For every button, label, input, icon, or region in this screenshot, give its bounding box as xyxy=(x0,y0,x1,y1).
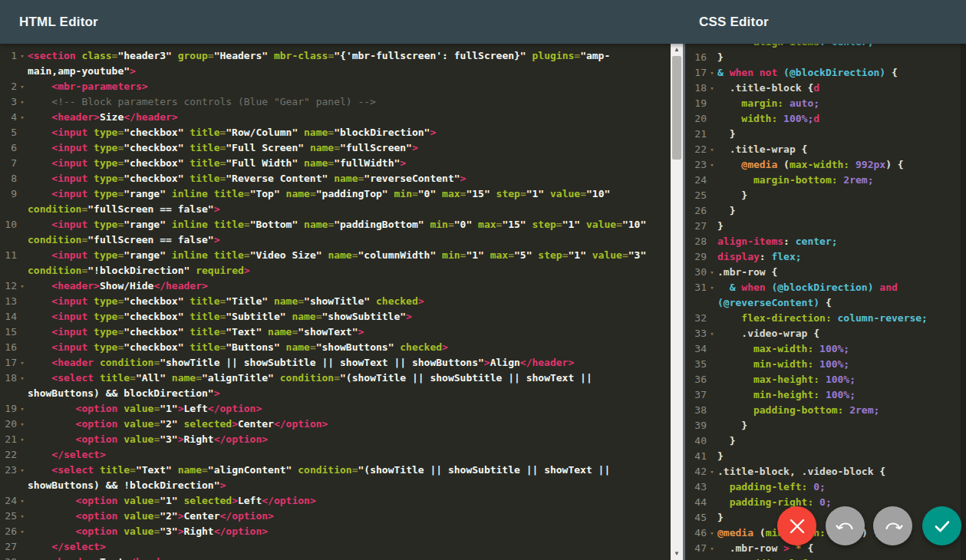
line-number: 42 xyxy=(685,464,707,479)
code-text: <select title="All" name="alignTitle" co… xyxy=(28,371,671,386)
fold-arrow-icon[interactable]: ▾ xyxy=(17,493,28,509)
fold-gutter xyxy=(707,479,717,495)
code-line: 26▾ <option value="3">Right</option> xyxy=(0,524,671,539)
code-text: flex-direction: column-reverse; xyxy=(717,311,961,326)
fold-arrow-icon[interactable]: ▾ xyxy=(707,280,717,295)
fold-arrow-icon[interactable]: ▾ xyxy=(707,541,717,556)
code-text: condition="!blockDirection" required> xyxy=(28,263,671,278)
line-number: 26 xyxy=(0,524,17,539)
fold-arrow-icon[interactable]: ▾ xyxy=(17,417,28,432)
code-text: } xyxy=(717,203,961,219)
code-line: 7 <input type="checkbox" title="Full Wid… xyxy=(0,156,671,171)
line-number: 43 xyxy=(685,479,707,495)
fold-arrow-icon[interactable]: ▾ xyxy=(17,110,28,125)
html-code-area[interactable]: 1▾<section class="header3" group="Header… xyxy=(0,44,671,560)
fold-gutter xyxy=(707,295,717,311)
fold-arrow-icon[interactable]: ▾ xyxy=(707,265,717,280)
fold-arrow-icon[interactable]: ▾ xyxy=(707,464,717,479)
code-line: condition="!blockDirection" required> xyxy=(0,263,671,278)
fold-gutter xyxy=(17,539,28,555)
line-number: 39 xyxy=(685,418,707,433)
line-number: 14 xyxy=(0,309,17,324)
apply-button[interactable] xyxy=(922,506,961,545)
fold-gutter xyxy=(707,127,717,142)
fold-arrow-icon[interactable]: ▾ xyxy=(707,142,717,157)
fold-arrow-icon[interactable]: ▾ xyxy=(707,326,717,341)
line-number: 8 xyxy=(0,171,17,186)
line-number: 29 xyxy=(685,249,707,265)
line-number: 15 xyxy=(0,324,17,340)
code-line: 37 min-height: 100%; xyxy=(685,387,961,403)
code-text: .mbr-row { xyxy=(717,265,961,280)
undo-button[interactable] xyxy=(826,506,865,545)
line-number: 18 xyxy=(0,371,17,386)
redo-button[interactable] xyxy=(873,506,912,545)
line-number: 5 xyxy=(0,125,17,140)
fold-arrow-icon[interactable]: ▾ xyxy=(17,278,28,294)
code-line: 21 } xyxy=(685,127,961,142)
fold-arrow-icon[interactable]: ▾ xyxy=(707,525,717,541)
fold-arrow-icon[interactable]: ▾ xyxy=(707,157,717,173)
line-number xyxy=(0,478,17,493)
code-text: showButtons) && blockDirection"> xyxy=(28,386,671,401)
html-editor-scrollbar[interactable]: ▲ ▼ xyxy=(671,44,683,560)
close-button[interactable] xyxy=(777,506,816,545)
fold-arrow-icon[interactable]: ▾ xyxy=(17,94,28,110)
code-text: display: flex; xyxy=(717,249,961,265)
line-number: 25 xyxy=(685,188,707,203)
fold-arrow-icon[interactable]: ▾ xyxy=(17,463,28,478)
fold-gutter xyxy=(707,203,717,219)
code-text: <input type="checkbox" title="Full Width… xyxy=(28,156,671,171)
scrollbar-thumb[interactable] xyxy=(672,56,681,160)
line-number xyxy=(0,263,17,278)
fold-arrow-icon[interactable]: ▾ xyxy=(707,81,717,96)
line-number: 45 xyxy=(685,510,707,525)
line-number: 21 xyxy=(0,432,17,447)
css-editor-scrollbar[interactable] xyxy=(961,44,966,560)
fold-arrow-icon[interactable]: ▾ xyxy=(17,432,28,447)
fold-arrow-icon[interactable]: ▾ xyxy=(17,371,28,386)
fold-arrow-icon[interactable]: ▾ xyxy=(17,48,28,64)
code-text: } xyxy=(717,433,961,449)
fold-arrow-icon[interactable]: ▾ xyxy=(707,65,717,81)
code-line: 26 } xyxy=(685,203,961,219)
line-number: 24 xyxy=(0,493,17,509)
fold-gutter xyxy=(17,294,28,309)
code-line: 18▾ <select title="All" name="alignTitle… xyxy=(0,371,671,386)
fold-gutter xyxy=(17,140,28,156)
line-number: 9 xyxy=(0,186,17,202)
html-editor-pane[interactable]: 1▾<section class="header3" group="Header… xyxy=(0,44,671,560)
scrollbar-up-arrow-icon[interactable]: ▲ xyxy=(671,44,683,55)
code-line: 32 flex-direction: column-reverse; xyxy=(685,311,961,326)
fold-arrow-icon[interactable]: ▾ xyxy=(17,355,28,371)
fold-arrow-icon[interactable]: ▾ xyxy=(17,524,28,539)
code-line: 24 margin-bottom: 2rem; xyxy=(685,173,961,188)
scrollbar-down-arrow-icon[interactable]: ▼ xyxy=(671,548,683,559)
code-text: condition="fullScreen == false"> xyxy=(28,202,671,217)
line-number: 31 xyxy=(685,280,707,295)
fold-gutter xyxy=(707,357,717,372)
code-line: 30▾.mbr-row { xyxy=(685,265,961,280)
fold-gutter xyxy=(17,478,28,493)
fold-gutter xyxy=(707,556,717,560)
code-text: <input type="checkbox" title="Subtitle" … xyxy=(28,309,671,324)
css-editor-pane[interactable]: align-items: center;16}17▾& when not (@b… xyxy=(685,44,961,560)
code-line: 14 <input type="checkbox" title="Subtitl… xyxy=(0,309,671,324)
line-number xyxy=(0,64,17,79)
fold-arrow-icon[interactable]: ▾ xyxy=(17,509,28,524)
line-number: 25 xyxy=(0,509,17,524)
line-number: 3 xyxy=(0,94,17,110)
code-line: 19▾ <option value="1">Left</option> xyxy=(0,401,671,417)
code-line: 43 padding-left: 0; xyxy=(685,479,961,495)
fold-gutter xyxy=(707,234,717,249)
fold-arrow-icon[interactable]: ▾ xyxy=(17,79,28,94)
code-text: <input type="range" inline title="Top" n… xyxy=(28,186,671,202)
code-text: <input type="checkbox" title="Title" nam… xyxy=(28,294,671,309)
line-number: 40 xyxy=(685,433,707,449)
css-code-area[interactable]: align-items: center;16}17▾& when not (@b… xyxy=(685,44,961,560)
code-text: condition="fullScreen == false"> xyxy=(28,232,671,248)
fold-arrow-icon[interactable]: ▾ xyxy=(17,401,28,417)
code-line: main,amp-youtube"> xyxy=(0,64,671,79)
line-number: 33 xyxy=(685,326,707,341)
code-line: 31▾ & when (@blockDirection) and xyxy=(685,280,961,295)
